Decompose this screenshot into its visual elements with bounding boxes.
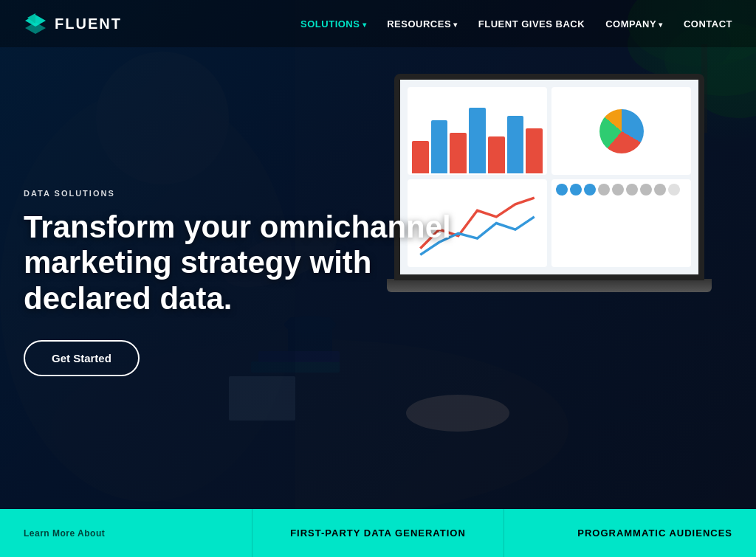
nav-item-company[interactable]: COMPANY [605, 17, 663, 30]
svg-marker-1 [25, 22, 46, 34]
bar-chart [408, 87, 547, 175]
audience-icons [551, 179, 691, 200]
pie-chart-box [551, 87, 691, 175]
person-3 [584, 184, 596, 196]
bar-3 [450, 133, 467, 174]
person-8 [654, 184, 666, 196]
hero-content: DATA SOLUTIONS Transform your omnichanne… [24, 189, 452, 376]
bar-5 [488, 136, 505, 173]
hero-title: Transform your omnichannel marketing str… [24, 210, 452, 316]
audience-chart-box [551, 179, 691, 267]
person-9 [668, 184, 680, 196]
get-started-button[interactable]: Get Started [24, 340, 140, 376]
bar-1 [412, 141, 429, 173]
fluent-logo-icon [24, 13, 47, 34]
nav-item-fluent-gives-back[interactable]: FLUENT GIVES BACK [478, 17, 585, 30]
section1-text: FIRST-PARTY DATA GENERATION [290, 527, 466, 539]
section2-text: PROGRAMMATIC AUDIENCES [577, 527, 732, 539]
brand-name: FLUENT [55, 15, 122, 32]
bar-4 [469, 108, 486, 173]
pie-chart [599, 109, 644, 153]
bottom-bar: Learn More About FIRST-PARTY DATA GENERA… [0, 509, 756, 557]
bar-6 [507, 116, 524, 173]
nav-item-resources[interactable]: RESOURCES [387, 17, 458, 30]
nav-item-solutions[interactable]: SOLUTIONS [300, 17, 366, 30]
person-7 [640, 184, 652, 196]
person-5 [612, 184, 624, 196]
hero-label: DATA SOLUTIONS [24, 189, 452, 198]
bar-chart-box [408, 87, 547, 175]
bottom-bar-section2[interactable]: PROGRAMMATIC AUDIENCES [504, 509, 756, 557]
bottom-bar-learn: Learn More About [0, 509, 252, 557]
bottom-bar-section1[interactable]: FIRST-PARTY DATA GENERATION [252, 509, 505, 557]
person-2 [570, 184, 582, 196]
bar-2 [431, 120, 448, 173]
person-4 [598, 184, 610, 196]
learn-more-label: Learn More About [24, 528, 105, 539]
person-6 [626, 184, 638, 196]
hero-section: DATA SOLUTIONS Transform your omnichanne… [0, 0, 756, 509]
person-1 [556, 184, 568, 196]
bar-7 [526, 128, 543, 173]
navigation: FLUENT SOLUTIONS RESOURCES FLUENT GIVES … [0, 0, 756, 47]
nav-links: SOLUTIONS RESOURCES FLUENT GIVES BACK CO… [300, 17, 732, 30]
logo[interactable]: FLUENT [24, 13, 122, 34]
nav-item-contact[interactable]: CONTACT [684, 17, 732, 30]
